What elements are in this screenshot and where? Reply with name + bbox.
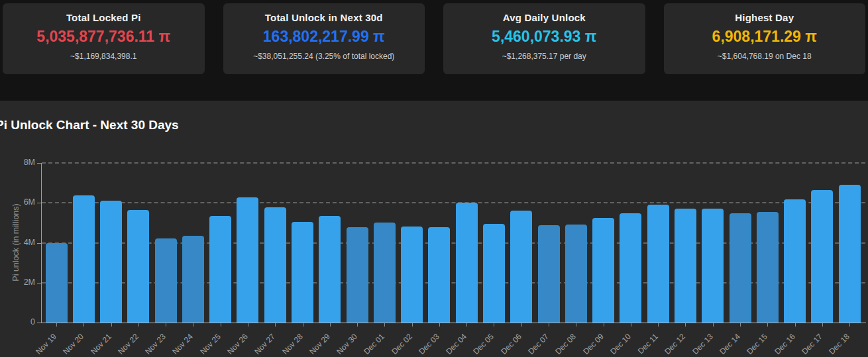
- x-tick-label: Dec 05: [461, 332, 496, 357]
- y-tick-mark: [37, 323, 41, 323]
- card-value: 5,460,073.93 π: [443, 28, 645, 46]
- bar-dec-17[interactable]: [811, 190, 833, 323]
- bar-nov-30[interactable]: [347, 227, 368, 323]
- bar-dec-01[interactable]: [374, 223, 396, 323]
- x-tick-mark: [494, 323, 494, 327]
- bar-nov-26[interactable]: [237, 197, 258, 323]
- gridline-8M: [42, 162, 865, 164]
- card-title: Avg Daily Unlock: [443, 12, 645, 23]
- x-tick-label: Dec 08: [543, 332, 578, 357]
- x-tick-mark: [384, 323, 385, 327]
- bar-dec-16[interactable]: [784, 199, 806, 323]
- bar-dec-15[interactable]: [757, 212, 779, 323]
- bar-dec-02[interactable]: [401, 227, 423, 323]
- x-tick-mark: [795, 323, 796, 327]
- card-subtitle: ~$38,051,255.24 (3.25% of total locked): [223, 52, 425, 61]
- unlock-chart-panel: Pi Unlock Chart - Next 30 Days Pi unlock…: [0, 101, 868, 357]
- x-tick-label: Nov 24: [160, 332, 195, 357]
- x-tick-mark: [740, 323, 741, 327]
- card-subtitle: ~$1,268,375.17 per day: [443, 52, 645, 61]
- y-tick-mark: [37, 243, 41, 244]
- stat-card-total-unlock-30d: Total Unlock in Next 30d 163,802,217.99 …: [223, 3, 425, 74]
- x-tick-label: Dec 09: [570, 332, 605, 357]
- x-tick-mark: [193, 323, 193, 327]
- bar-nov-27[interactable]: [264, 207, 286, 323]
- x-tick-mark: [330, 323, 331, 327]
- bar-dec-07[interactable]: [538, 225, 560, 323]
- plot-area: 02M4M6M8MNov 19Nov 20Nov 21Nov 22Nov 23N…: [41, 163, 866, 323]
- x-tick-mark: [604, 323, 604, 327]
- stat-card-total-locked: Total Locked Pi 5,035,877,736.11 π ~$1,1…: [3, 3, 205, 74]
- y-tick-label: 6M: [11, 197, 35, 207]
- x-tick-mark: [576, 323, 576, 327]
- x-tick-mark: [439, 323, 440, 327]
- card-value: 6,908,171.29 π: [664, 28, 866, 46]
- bar-nov-20[interactable]: [73, 195, 95, 323]
- x-tick-mark: [549, 323, 549, 327]
- x-tick-mark: [767, 323, 768, 327]
- x-tick-label: Nov 21: [78, 332, 113, 357]
- x-tick-mark: [221, 323, 221, 327]
- chart-title: Pi Unlock Chart - Next 30 Days: [0, 118, 179, 132]
- x-tick-mark: [248, 323, 248, 327]
- bar-dec-11[interactable]: [647, 205, 669, 323]
- x-tick-mark: [303, 323, 303, 327]
- bar-dec-06[interactable]: [510, 211, 532, 323]
- card-subtitle: ~$1,604,768.19 on Dec 18: [664, 52, 866, 61]
- x-tick-label: Dec 13: [680, 332, 714, 357]
- x-tick-mark: [521, 323, 522, 327]
- card-value: 5,035,877,736.11 π: [3, 28, 205, 46]
- card-title: Highest Day: [664, 12, 866, 23]
- x-tick-mark: [466, 323, 467, 327]
- x-tick-mark: [412, 323, 413, 327]
- x-tick-label: Dec 15: [735, 332, 769, 357]
- x-tick-label: Dec 06: [488, 332, 523, 357]
- x-tick-label: Nov 25: [188, 332, 222, 357]
- y-tick-mark: [37, 283, 41, 283]
- bar-nov-29[interactable]: [319, 216, 341, 323]
- bar-dec-05[interactable]: [483, 224, 505, 323]
- x-tick-label: Dec 01: [352, 332, 386, 357]
- bar-nov-28[interactable]: [292, 222, 313, 323]
- x-tick-mark: [631, 323, 631, 327]
- x-tick-mark: [83, 323, 84, 327]
- x-tick-mark: [357, 323, 358, 327]
- x-tick-label: Nov 20: [51, 332, 85, 357]
- bar-dec-14[interactable]: [730, 213, 751, 323]
- x-tick-mark: [138, 323, 139, 327]
- stats-cards-row: Total Locked Pi 5,035,877,736.11 π ~$1,1…: [0, 0, 868, 77]
- x-tick-label: Dec 16: [762, 332, 796, 357]
- x-tick-mark: [713, 323, 714, 327]
- bar-nov-21[interactable]: [100, 201, 122, 323]
- x-tick-label: Dec 02: [379, 332, 413, 357]
- bar-nov-19[interactable]: [46, 243, 68, 323]
- bar-nov-22[interactable]: [127, 210, 149, 323]
- bar-dec-03[interactable]: [428, 227, 450, 323]
- stat-card-avg-daily-unlock: Avg Daily Unlock 5,460,073.93 π ~$1,268,…: [443, 3, 645, 74]
- card-value: 163,802,217.99 π: [223, 28, 425, 46]
- x-tick-mark: [822, 323, 823, 327]
- y-tick-mark: [37, 203, 41, 203]
- bar-dec-10[interactable]: [620, 213, 641, 323]
- bar-dec-08[interactable]: [565, 225, 587, 323]
- x-tick-label: Nov 19: [24, 332, 58, 357]
- bar-dec-12[interactable]: [675, 209, 696, 323]
- card-subtitle: ~$1,169,834,398.1: [3, 52, 205, 61]
- bar-nov-23[interactable]: [155, 238, 177, 323]
- y-tick-label: 8M: [11, 158, 35, 167]
- x-tick-mark: [56, 323, 57, 327]
- bar-dec-09[interactable]: [592, 218, 614, 323]
- x-tick-mark: [111, 323, 112, 327]
- bar-dec-18[interactable]: [839, 185, 861, 323]
- bar-dec-04[interactable]: [456, 203, 478, 323]
- bar-dec-13[interactable]: [702, 209, 724, 323]
- stat-card-highest-day: Highest Day 6,908,171.29 π ~$1,604,768.1…: [664, 3, 866, 74]
- x-tick-mark: [658, 323, 659, 327]
- x-tick-mark: [275, 323, 276, 327]
- bar-nov-25[interactable]: [209, 216, 231, 323]
- y-tick-label: 0: [11, 317, 35, 327]
- gridline-6M: [42, 202, 865, 203]
- card-title: Total Unlock in Next 30d: [223, 12, 425, 23]
- bar-nov-24[interactable]: [182, 236, 204, 323]
- y-tick-label: 4M: [11, 238, 35, 247]
